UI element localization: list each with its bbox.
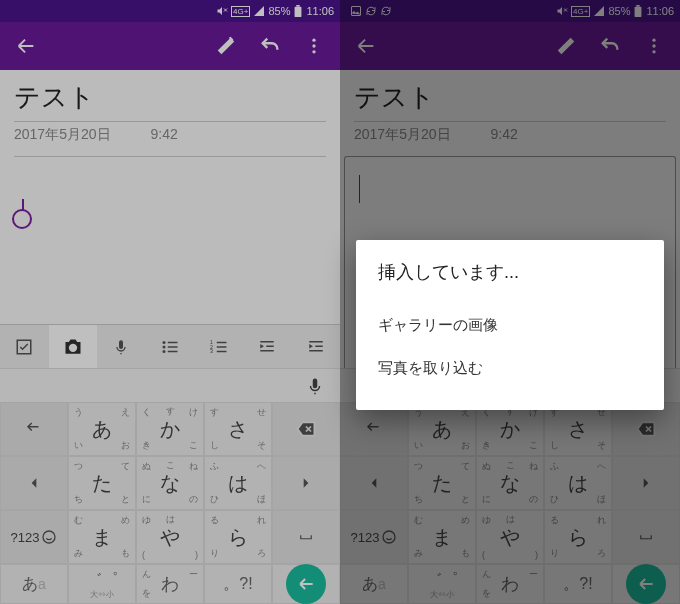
pane-right: 4G+ 85% 11:06 テスト 2017年5月20日 9:42 うえあいお … xyxy=(340,0,680,604)
dialog-option-camera[interactable]: 写真を取り込む xyxy=(378,347,642,390)
dialog-title: 挿入しています... xyxy=(378,260,642,284)
insert-dialog: 挿入しています... ギャラリーの画像 写真を取り込む xyxy=(356,240,664,410)
scrim-left xyxy=(0,0,340,604)
pane-left: 4G+ 85% 11:06 テスト 2017年5月20日 9:42 123 xyxy=(0,0,340,604)
dialog-option-gallery[interactable]: ギャラリーの画像 xyxy=(378,304,642,347)
